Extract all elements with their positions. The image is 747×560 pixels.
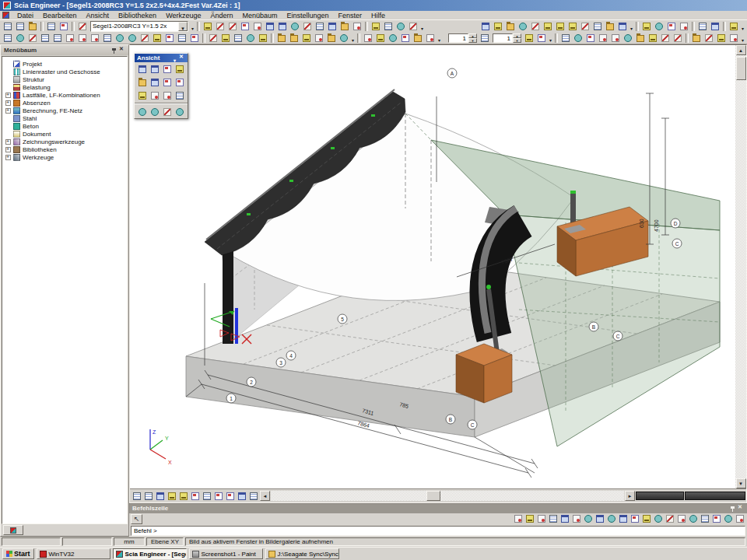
hatch-button[interactable] bbox=[424, 33, 437, 44]
catalog-block-button[interactable] bbox=[151, 33, 163, 44]
table-composer-button[interactable] bbox=[289, 21, 301, 33]
copy-view-button[interactable] bbox=[640, 21, 653, 33]
circle-button[interactable] bbox=[399, 33, 412, 44]
new-document-button[interactable] bbox=[2, 21, 14, 33]
preview-window-button[interactable] bbox=[504, 21, 517, 33]
3d-view[interactable]: 7311786478573874700630 12345ABCDCBC bbox=[130, 45, 724, 490]
inactive-tool-button[interactable] bbox=[247, 490, 259, 502]
horizontal-scroll-thumb[interactable] bbox=[426, 491, 440, 501]
sidebar-item-werkzeuge[interactable]: Werkzeuge bbox=[2, 153, 127, 161]
node-snap-button[interactable] bbox=[652, 513, 664, 525]
arc-button[interactable] bbox=[232, 33, 244, 44]
beam-button[interactable] bbox=[14, 33, 26, 44]
send-view-button[interactable] bbox=[665, 21, 678, 33]
new-gallery-item-button[interactable] bbox=[728, 21, 740, 33]
light-settings-button[interactable] bbox=[174, 89, 186, 101]
pin-icon[interactable] bbox=[730, 506, 735, 512]
menu-bearbeiten[interactable]: Bearbeiten bbox=[38, 12, 82, 19]
view-xz-button[interactable] bbox=[161, 63, 174, 75]
sidebar-item-berechnung--fe-netz[interactable]: Berechnung, FE-Netz bbox=[2, 107, 127, 114]
select-loads-button[interactable] bbox=[597, 33, 609, 44]
cursor-snap-button[interactable] bbox=[605, 513, 617, 525]
column-button[interactable] bbox=[2, 33, 14, 44]
picture-gallery-button[interactable] bbox=[264, 21, 276, 33]
cascade-windows-button[interactable] bbox=[579, 21, 591, 33]
ucs-button[interactable] bbox=[523, 33, 535, 44]
tracking-snap-button[interactable] bbox=[710, 513, 722, 525]
zoom-out-button[interactable] bbox=[161, 76, 174, 88]
copy-count-spinner[interactable]: 1 bbox=[448, 33, 477, 43]
menubaum-tab[interactable] bbox=[3, 525, 23, 535]
zoom-all-button[interactable] bbox=[136, 89, 149, 101]
nearest-snap-button[interactable] bbox=[594, 513, 605, 525]
redo-button[interactable] bbox=[58, 21, 70, 33]
chevron-down-icon[interactable] bbox=[172, 54, 177, 63]
menu-datei[interactable]: Datei bbox=[12, 12, 38, 19]
free-block-button[interactable] bbox=[163, 33, 176, 44]
layer-filter-button[interactable] bbox=[728, 33, 740, 44]
info-button[interactable] bbox=[407, 21, 419, 33]
angle-button[interactable] bbox=[412, 33, 424, 44]
render-mode-button[interactable] bbox=[212, 490, 224, 502]
layout-window-button[interactable] bbox=[542, 21, 554, 33]
wall-button[interactable] bbox=[64, 33, 76, 44]
select-labels-button[interactable] bbox=[609, 33, 622, 44]
dropdown-arrow-icon[interactable] bbox=[629, 22, 634, 31]
rotate-view-button[interactable] bbox=[136, 76, 149, 88]
palette-titlebar[interactable]: Ansicht bbox=[135, 54, 188, 62]
step-count-spinner[interactable]: 1 bbox=[493, 33, 521, 43]
visibility-filter-button[interactable] bbox=[715, 33, 728, 44]
split-vertical-button[interactable] bbox=[566, 21, 579, 33]
print-active-button[interactable] bbox=[201, 490, 212, 502]
clip-back-button[interactable] bbox=[142, 490, 154, 502]
array-button[interactable] bbox=[325, 33, 338, 44]
move-button[interactable] bbox=[275, 33, 288, 44]
pin-icon[interactable] bbox=[111, 47, 117, 54]
menu-hilfe[interactable]: Hilfe bbox=[366, 12, 390, 19]
dropdown-arrow-icon[interactable] bbox=[190, 22, 195, 31]
scroll-up-icon[interactable] bbox=[736, 45, 746, 55]
dot-grid-snap-button[interactable] bbox=[617, 513, 629, 525]
center-snap-button[interactable] bbox=[535, 513, 547, 525]
clip-front-button[interactable] bbox=[131, 490, 142, 502]
view-yz-button[interactable] bbox=[174, 63, 186, 75]
save-view-button[interactable] bbox=[690, 33, 703, 44]
expand-icon[interactable] bbox=[5, 93, 11, 98]
section-view-button[interactable] bbox=[149, 106, 161, 117]
select-nodes-button[interactable] bbox=[559, 33, 572, 44]
stretch-button[interactable] bbox=[338, 33, 350, 44]
angle-snap-button[interactable] bbox=[699, 513, 710, 525]
pointer-mode-button[interactable] bbox=[131, 514, 142, 524]
table-window-button[interactable] bbox=[517, 21, 529, 33]
maximize-window-button[interactable] bbox=[616, 21, 629, 33]
camera-button[interactable] bbox=[326, 21, 338, 33]
color-palette-button[interactable] bbox=[370, 21, 382, 33]
graphic-window-button[interactable] bbox=[492, 21, 504, 33]
gallery-save-button[interactable] bbox=[703, 33, 715, 44]
menu-ndern[interactable]: Ändern bbox=[205, 12, 237, 19]
render-window-button[interactable] bbox=[174, 106, 186, 117]
line-grid-snap-button[interactable] bbox=[629, 513, 640, 525]
menu-werkzeuge[interactable]: Werkzeuge bbox=[161, 12, 205, 19]
arc-snap-button[interactable] bbox=[687, 513, 699, 525]
taskbar-screenshot1-paint[interactable]: Screenshot1 - Paint bbox=[189, 548, 263, 559]
dropdown-arrow-icon[interactable] bbox=[419, 22, 425, 31]
load-display-button[interactable] bbox=[166, 490, 177, 502]
document-window-button[interactable] bbox=[529, 21, 542, 33]
axonometric-view-button[interactable] bbox=[136, 63, 149, 75]
dropdown-arrow-icon[interactable] bbox=[437, 33, 442, 43]
tangent-snap-button[interactable] bbox=[570, 513, 582, 525]
print-data-button[interactable] bbox=[301, 21, 314, 33]
scroll-segment[interactable] bbox=[685, 492, 745, 500]
vertical-scrollbar[interactable] bbox=[735, 45, 746, 488]
gallery-capture-button[interactable] bbox=[236, 490, 247, 502]
mirror-button[interactable] bbox=[300, 33, 313, 44]
sidebar-item-beton[interactable]: Beton bbox=[2, 122, 127, 130]
split-horizontal-button[interactable] bbox=[554, 21, 566, 33]
taskbar-j-seagate-sync-syncre[interactable]: J:\Seagate Sync\SyncRe... bbox=[265, 548, 339, 559]
menu-menbaum[interactable]: Menübaum bbox=[238, 12, 282, 19]
taskbar-wintv32[interactable]: WinTV32 bbox=[37, 548, 110, 559]
select-beams-button[interactable] bbox=[572, 33, 584, 44]
menu-bibliotheken[interactable]: Bibliotheken bbox=[114, 12, 161, 19]
scroll-left-icon[interactable] bbox=[260, 491, 270, 501]
